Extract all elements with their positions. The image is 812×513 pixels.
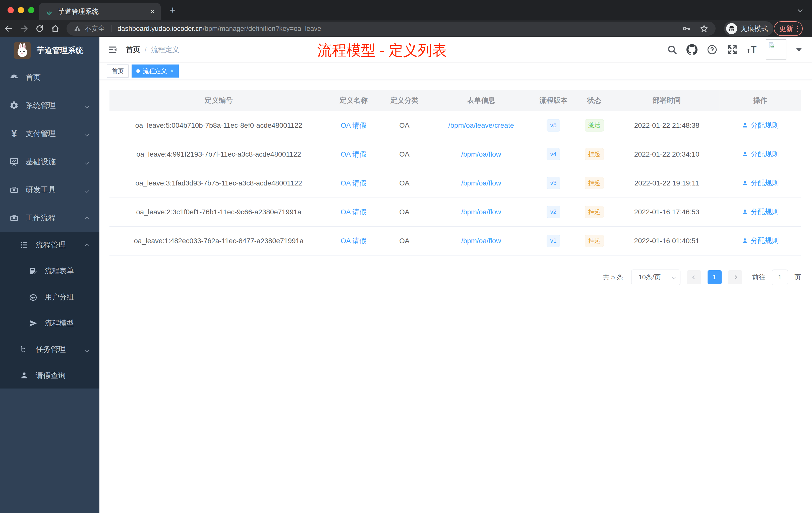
page-annotation-title: 流程模型 - 定义列表 <box>317 37 447 62</box>
sidebar-item-label: 任务管理 <box>36 344 66 355</box>
avatar-caret-icon[interactable] <box>796 48 802 52</box>
sidebar-header[interactable]: 芋道管理系统 <box>0 37 99 63</box>
assign-rule-button[interactable]: 分配规则 <box>742 149 779 159</box>
fullscreen-icon[interactable] <box>727 44 738 55</box>
sidebar-item-infrastructure[interactable]: 基础设施 <box>0 148 99 176</box>
definition-id: oa_leave:5:004b710b-7b8a-11ec-8ef0-acde4… <box>110 111 328 140</box>
sidebar-item-payment[interactable]: ¥ 支付管理 <box>0 119 99 148</box>
definition-table: 定义编号 定义名称 定义分类 表单信息 流程版本 状态 部署时间 操作 oa_l <box>110 90 801 255</box>
assign-rule-button[interactable]: 分配规则 <box>742 178 779 188</box>
breadcrumb-separator: / <box>145 46 147 54</box>
sidebar-item-label: 用户分组 <box>45 292 74 302</box>
screen: 芋道管理系统 × + 不安全 <box>0 0 812 513</box>
form-link[interactable]: /bpm/oa/leave/create <box>448 121 514 129</box>
definition-name-link[interactable]: OA 请假 <box>341 150 367 158</box>
url-text[interactable]: dashboard.yudao.iocoder.cn/bpm/manager/d… <box>117 25 321 33</box>
status-badge: 激活 <box>585 119 604 131</box>
incognito-badge: 无痕模式 <box>724 21 773 36</box>
form-link[interactable]: /bpm/oa/flow <box>461 237 501 245</box>
briefcase-icon <box>9 213 19 223</box>
form-link[interactable]: /bpm/oa/flow <box>461 208 501 216</box>
user-icon <box>19 370 29 381</box>
page-size-select[interactable]: 10条/页 <box>631 270 680 285</box>
sidebar-menu: 首页 系统管理 ¥ 支付管理 <box>0 63 99 389</box>
sidebar-item-label: 流程表单 <box>45 266 74 276</box>
sidebar-item-leave-query[interactable]: 请假查询 <box>0 362 99 389</box>
new-tab-button[interactable]: + <box>168 5 178 16</box>
back-icon[interactable] <box>1 22 16 36</box>
search-icon[interactable] <box>667 44 677 55</box>
tab-search-icon[interactable] <box>799 8 802 12</box>
address-bar[interactable]: 不安全 dashboard.yudao.iocoder.cn/bpm/manag… <box>66 22 716 36</box>
goto-page-input[interactable]: 1 <box>772 270 788 285</box>
minimize-window-button[interactable] <box>18 7 24 13</box>
version-badge: v4 <box>547 148 560 160</box>
zoom-window-button[interactable] <box>28 7 34 13</box>
browser-menu-icon[interactable] <box>797 26 798 32</box>
sidebar-item-workflow[interactable]: 工作流程 <box>0 204 99 232</box>
assign-rule-button[interactable]: 分配规则 <box>742 120 779 130</box>
warning-icon <box>74 25 81 32</box>
definition-id: oa_leave:4:991f2193-7b7f-11ec-a3c8-acde4… <box>110 140 328 169</box>
next-page-button[interactable] <box>728 270 742 284</box>
form-link[interactable]: /bpm/oa/flow <box>461 150 501 158</box>
table-header-row: 定义编号 定义名称 定义分类 表单信息 流程版本 状态 部署时间 操作 <box>110 90 801 111</box>
definition-name-link[interactable]: OA 请假 <box>341 208 367 216</box>
pagination-total: 共 5 条 <box>603 273 623 281</box>
omnibox-divider <box>111 25 112 32</box>
window-controls[interactable] <box>7 7 34 13</box>
close-window-button[interactable] <box>7 7 14 13</box>
bookmark-star-icon[interactable] <box>699 24 708 33</box>
goto-unit: 页 <box>794 273 801 281</box>
col-definition-category: 定义分类 <box>379 90 430 111</box>
sidebar-item-process-manage[interactable]: 流程管理 <box>0 232 99 258</box>
chevron-down-icon <box>85 129 88 138</box>
sidebar-item-process-model[interactable]: 流程模型 <box>0 310 99 336</box>
tag-label: 流程定义 <box>143 67 167 75</box>
help-icon[interactable] <box>706 44 718 55</box>
version-badge: v1 <box>547 235 560 247</box>
sidebar-item-label: 支付管理 <box>26 128 56 139</box>
tag-label: 首页 <box>112 67 124 75</box>
definition-name-link[interactable]: OA 请假 <box>341 121 367 129</box>
form-link[interactable]: /bpm/oa/flow <box>461 179 501 187</box>
sidebar-item-dev-tools[interactable]: 研发工具 <box>0 176 99 204</box>
definition-name-link[interactable]: OA 请假 <box>341 237 367 245</box>
browser-tab[interactable]: 芋道管理系统 × <box>39 3 161 20</box>
tag-home[interactable]: 首页 <box>107 64 128 78</box>
not-secure-indicator[interactable]: 不安全 <box>74 24 105 33</box>
deploy-time: 2022-01-22 20:34:10 <box>614 140 719 169</box>
forward-icon[interactable] <box>17 22 31 36</box>
browser-update-button[interactable]: 更新 <box>774 21 803 36</box>
sidebar-item-user-group[interactable]: 用户分组 <box>0 284 99 310</box>
col-process-version: 流程版本 <box>532 90 574 111</box>
active-dot <box>136 69 140 73</box>
breadcrumb-home[interactable]: 首页 <box>126 45 140 55</box>
sidebar-collapse-icon[interactable] <box>103 37 122 62</box>
password-key-icon[interactable] <box>682 24 691 33</box>
font-size-icon[interactable]: TT <box>747 44 757 55</box>
branch-tree-icon <box>19 344 29 354</box>
github-icon[interactable] <box>687 44 697 55</box>
sidebar-item-system[interactable]: 系统管理 <box>0 91 99 119</box>
avatar[interactable] <box>766 39 786 60</box>
user-icon <box>742 180 748 186</box>
definition-category: OA <box>379 111 430 140</box>
user-icon <box>742 122 748 128</box>
sidebar-item-home[interactable]: 首页 <box>0 63 99 91</box>
home-icon[interactable] <box>48 22 62 36</box>
tag-close-icon[interactable]: × <box>171 67 174 74</box>
sidebar-item-process-form[interactable]: 流程表单 <box>0 258 99 284</box>
prev-page-button[interactable] <box>687 270 701 284</box>
update-label[interactable]: 更新 <box>779 24 793 33</box>
assign-rule-button[interactable]: 分配规则 <box>742 207 779 217</box>
sidebar-item-task-manage[interactable]: 任务管理 <box>0 336 99 362</box>
tab-close-icon[interactable]: × <box>150 8 155 15</box>
col-deploy-time: 部署时间 <box>614 90 719 111</box>
assign-rule-button[interactable]: 分配规则 <box>742 236 779 245</box>
definition-name-link[interactable]: OA 请假 <box>341 179 367 187</box>
chevron-down-icon <box>85 345 88 354</box>
tag-process-definition[interactable]: 流程定义 × <box>132 64 179 78</box>
reload-icon[interactable] <box>33 22 47 36</box>
current-page-button[interactable]: 1 <box>707 270 722 284</box>
